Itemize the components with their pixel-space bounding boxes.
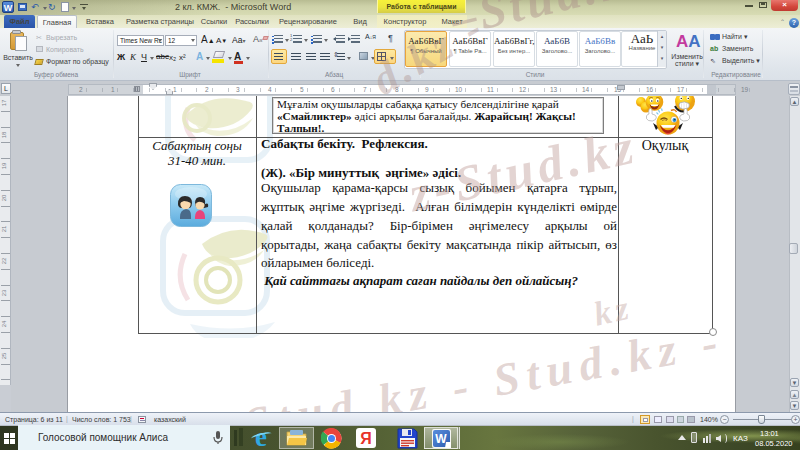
svg-text:W: W bbox=[435, 432, 447, 446]
